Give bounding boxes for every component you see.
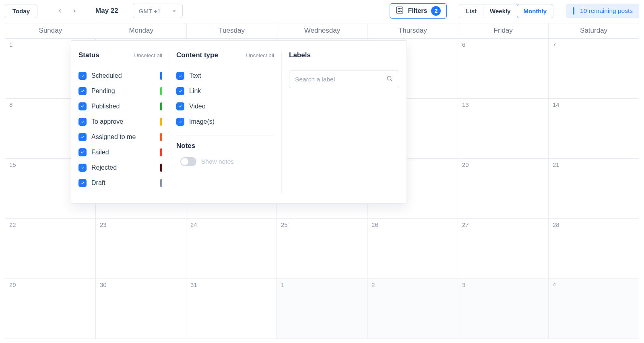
day-cell[interactable]: 20 — [458, 159, 549, 219]
status-option[interactable]: Draft — [78, 175, 162, 191]
day-number: 14 — [553, 101, 559, 108]
weekday-header: Sunday — [5, 23, 96, 38]
weekday-header: Friday — [458, 23, 548, 38]
checkbox[interactable] — [176, 118, 184, 126]
today-button[interactable]: Today — [5, 4, 37, 18]
status-option-label: Rejected — [91, 164, 155, 171]
view-tab-list[interactable]: List — [459, 4, 483, 18]
view-tab-monthly[interactable]: Monthly — [517, 4, 554, 18]
day-number: 22 — [9, 221, 16, 228]
day-cell[interactable]: 1 — [277, 279, 367, 339]
prev-period-button[interactable] — [58, 7, 62, 15]
status-option[interactable]: Rejected — [78, 160, 162, 175]
day-cell[interactable]: 28 — [549, 219, 639, 279]
status-color-indicator — [160, 179, 162, 187]
day-number: 24 — [190, 221, 197, 228]
view-tab-weekly[interactable]: Weekly — [483, 4, 517, 18]
checkbox[interactable] — [176, 102, 184, 110]
remaining-posts-label: 10 remaining posts — [580, 7, 633, 15]
filters-button[interactable]: Filters 2 — [390, 3, 447, 19]
content-type-option[interactable]: Text — [176, 68, 274, 83]
checkbox[interactable] — [78, 118, 87, 126]
chevron-down-icon — [172, 7, 177, 15]
filter-status-column: Status Unselect all ScheduledPendingPubl… — [78, 51, 169, 193]
next-period-button[interactable] — [72, 7, 77, 15]
svg-line-6 — [390, 79, 392, 81]
day-number: 26 — [372, 221, 378, 228]
status-option[interactable]: Assigned to me — [78, 129, 162, 145]
status-unselect-all[interactable]: Unselect all — [134, 52, 162, 58]
timezone-value: GMT +1 — [139, 8, 161, 15]
status-option[interactable]: Failed — [78, 145, 162, 160]
view-switcher: List Weekly Monthly — [459, 4, 553, 18]
checkbox[interactable] — [78, 148, 87, 156]
checkbox[interactable] — [78, 164, 87, 172]
label-search-input[interactable] — [295, 76, 382, 83]
timezone-select[interactable]: GMT +1 — [133, 4, 183, 18]
status-option[interactable]: Scheduled — [78, 68, 162, 83]
status-option[interactable]: To approve — [78, 114, 162, 129]
filters-icon — [396, 6, 404, 16]
checkbox[interactable] — [176, 87, 184, 95]
status-option-label: Draft — [91, 179, 155, 187]
day-number: 30 — [100, 281, 107, 288]
day-cell[interactable]: 3 — [458, 279, 549, 339]
day-cell[interactable]: 22 — [5, 219, 96, 279]
status-color-indicator — [160, 164, 162, 172]
checkbox[interactable] — [78, 102, 87, 110]
day-cell[interactable]: 14 — [549, 99, 639, 159]
day-number: 6 — [462, 41, 465, 48]
status-option-label: Assigned to me — [91, 133, 155, 141]
day-cell[interactable]: 6 — [458, 39, 549, 99]
day-cell[interactable]: 31 — [186, 279, 277, 339]
checkbox[interactable] — [78, 72, 87, 80]
day-number: 15 — [9, 161, 16, 168]
content-type-unselect-all[interactable]: Unselect all — [246, 52, 274, 58]
day-cell[interactable]: 13 — [458, 99, 549, 159]
content-type-option-label: Image(s) — [189, 118, 274, 125]
status-option[interactable]: Pending — [78, 83, 162, 99]
day-number: 28 — [553, 221, 559, 228]
remaining-posts-pill[interactable]: 10 remaining posts — [566, 4, 639, 18]
notes-title: Notes — [176, 142, 274, 150]
day-cell[interactable]: 25 — [277, 219, 367, 279]
status-option-label: Pending — [91, 87, 155, 95]
content-type-title: Content type — [176, 51, 218, 59]
svg-rect-0 — [396, 7, 403, 13]
day-number: 29 — [9, 281, 16, 288]
status-option-label: Failed — [91, 149, 155, 156]
show-notes-toggle[interactable] — [180, 157, 196, 166]
checkbox[interactable] — [78, 133, 87, 141]
filters-panel: Status Unselect all ScheduledPendingPubl… — [71, 40, 407, 204]
content-type-option-label: Text — [189, 72, 274, 79]
checkbox[interactable] — [78, 87, 87, 95]
label-search[interactable] — [289, 71, 399, 88]
checkbox[interactable] — [176, 72, 184, 80]
day-cell[interactable]: 26 — [367, 219, 458, 279]
day-cell[interactable]: 23 — [96, 219, 186, 279]
day-number: 21 — [553, 161, 559, 168]
content-type-option[interactable]: Video — [176, 99, 274, 114]
day-cell[interactable]: 4 — [549, 279, 639, 339]
day-cell[interactable]: 27 — [458, 219, 549, 279]
status-color-indicator — [160, 118, 162, 126]
divider — [176, 135, 274, 135]
content-type-option[interactable]: Image(s) — [176, 114, 274, 129]
content-type-option[interactable]: Link — [176, 83, 274, 99]
day-cell[interactable]: 30 — [96, 279, 186, 339]
remaining-bar-icon — [573, 7, 574, 15]
day-cell[interactable]: 29 — [5, 279, 96, 339]
day-cell[interactable]: 21 — [549, 159, 639, 219]
status-option-label: To approve — [91, 118, 155, 125]
day-cell[interactable]: 24 — [186, 219, 277, 279]
svg-point-5 — [387, 76, 391, 80]
checkbox[interactable] — [78, 179, 87, 187]
status-option[interactable]: Published — [78, 99, 162, 114]
day-cell[interactable]: 7 — [549, 39, 639, 99]
day-number: 4 — [553, 281, 556, 288]
day-cell[interactable]: 2 — [367, 279, 458, 339]
day-number: 31 — [190, 281, 197, 288]
weekday-header: Saturday — [548, 23, 639, 38]
show-notes-label: Show notes — [201, 158, 234, 165]
day-number: 3 — [462, 281, 465, 288]
